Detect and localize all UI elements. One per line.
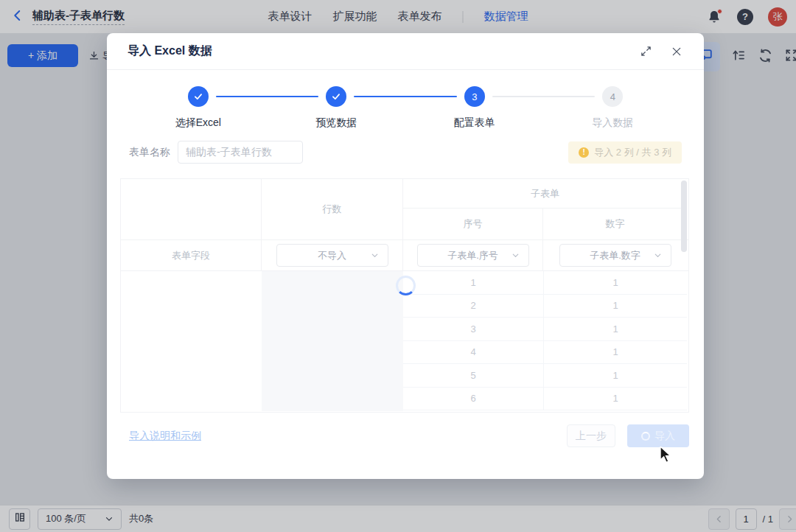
import-button-label: 导入 [654,430,675,443]
chevron-down-icon [370,251,380,260]
step-select-excel: 选择Excel [129,86,268,130]
step-label: 预览数据 [315,116,357,130]
modal-expand-button[interactable] [639,45,652,58]
check-icon [193,91,203,102]
step-label: 导入数据 [592,116,633,130]
cell-serial: 2 [403,295,543,318]
modal-header: 导入 Excel 数据 [107,33,704,70]
close-icon [671,46,682,57]
cell-number: 1 [543,364,687,388]
header-sub-number: 数字 [543,209,687,239]
chevron-down-icon [511,251,520,260]
table-scrollbar[interactable] [681,181,687,252]
stepper: 选择Excel 预览数据 3 配置表单 4 导入数据 [107,70,704,130]
mapping-select-number[interactable]: 子表单.数字 [559,244,671,267]
field-mapping-row: 表单字段 不导入 子表单.序号 子表单.数字 [121,239,688,271]
cell-number: 1 [543,388,687,411]
cell-serial: 3 [403,318,543,341]
cell-number: 1 [543,271,687,295]
mapping-select-rowcount[interactable]: 不导入 [276,244,388,267]
step-preview-data: 预览数据 [268,86,406,130]
table-header: 行数 子表单 序号 数字 [121,179,688,239]
expand-icon [640,45,652,57]
form-name-row: 表单名称 ! 导入 2 列 / 共 3 列 [129,141,682,164]
mapping-table: 行数 子表单 序号 数字 表单字段 不导入 子表单.序号 [120,178,689,413]
step-circle-3: 3 [464,86,485,107]
header-rowcount: 行数 [262,179,403,239]
step-circle-4: 4 [602,86,623,107]
cell-number: 1 [543,318,687,341]
prev-step-button[interactable]: 上一步 [567,424,615,447]
field-row-label: 表单字段 [121,240,262,270]
screen: 辅助表-子表单行数 表单设计 扩展功能 表单发布 数据管理 ? 张 + 添加 [0,0,796,532]
import-help-link[interactable]: 导入说明和示例 [129,430,201,443]
modal-footer: 导入说明和示例 上一步 导入 [129,424,689,447]
import-button[interactable]: 导入 [627,424,689,447]
form-name-label: 表单名称 [129,146,170,159]
step-import-data: 4 导入数据 [544,86,682,130]
cell-serial: 6 [403,388,543,411]
mapping-select-serial[interactable]: 子表单.序号 [417,244,529,267]
chevron-down-icon [653,251,663,260]
table-row: 21 [121,295,688,318]
header-sub-serial: 序号 [403,209,543,239]
cell-serial: 4 [403,341,543,365]
step-circle-1 [188,86,209,107]
button-loading-icon [641,432,650,441]
select-value: 不导入 [318,249,346,262]
check-icon [331,91,341,102]
header-blank-cell [121,179,262,239]
modal-title: 导入 Excel 数据 [128,43,212,59]
loading-spinner [396,276,416,295]
select-value: 子表单.数字 [590,249,640,262]
import-excel-modal: 导入 Excel 数据 选择Excel [107,33,704,479]
step-label: 配置表单 [454,116,495,130]
cell-number: 1 [543,295,687,318]
table-row: 61 [121,388,688,411]
modal-close-button[interactable] [670,45,683,58]
table-row: 31 [121,318,688,341]
header-group-subform: 子表单 [403,179,687,209]
table-row: 41 [121,341,688,365]
cell-serial: 1 [403,271,543,295]
form-name-input[interactable] [178,141,303,164]
cell-serial: 5 [403,364,543,388]
step-configure-form: 3 配置表单 [405,86,544,130]
import-columns-badge: ! 导入 2 列 / 共 3 列 [568,141,682,164]
badge-text: 导入 2 列 / 共 3 列 [594,146,671,159]
step-circle-2 [326,86,346,107]
select-value: 子表单.序号 [447,249,498,262]
step-label: 选择Excel [175,116,221,130]
table-row: 51 [121,364,688,388]
warning-dot-icon: ! [579,147,589,158]
cell-number: 1 [543,341,687,365]
